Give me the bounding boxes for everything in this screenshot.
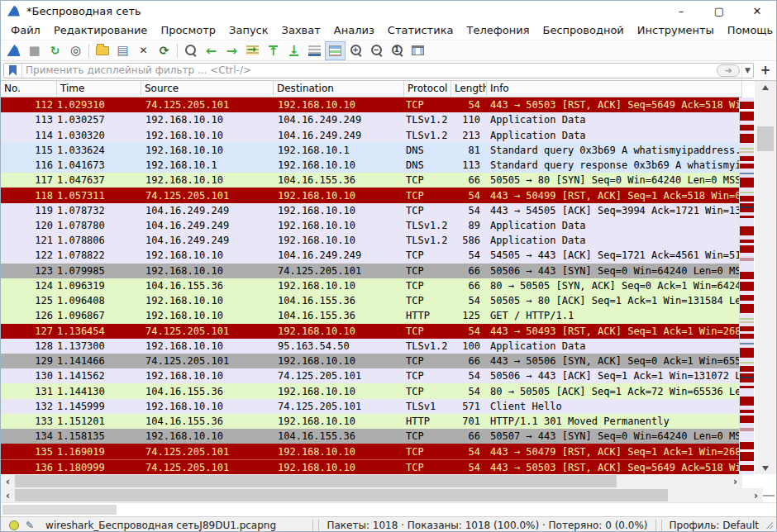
packet-row-123[interactable]: 1231.079985192.168.10.1074.125.205.101TC… [1, 264, 742, 278]
packet-row-112[interactable]: 1121.02931074.125.205.101192.168.10.10TC… [1, 97, 742, 112]
minimap-stripe [740, 196, 754, 202]
packet-row-130[interactable]: 1301.141562192.168.10.1074.125.205.101TC… [1, 368, 742, 383]
start-capture-button[interactable] [3, 41, 24, 60]
menu-item-1[interactable]: Редактирование [47, 21, 154, 39]
colorize-button[interactable] [325, 41, 346, 60]
zoom-in-button[interactable]: + [346, 41, 366, 60]
vertical-scrollbar-thumb[interactable] [757, 126, 774, 151]
menu-item-4[interactable]: Захват [275, 21, 327, 39]
scroll-right-button-2[interactable]: › [749, 488, 763, 502]
menu-item-0[interactable]: Файл [4, 21, 47, 39]
cell-len: 100 [441, 340, 480, 352]
packet-row-127[interactable]: 1271.13645474.125.205.101192.168.10.10TC… [1, 324, 742, 339]
packet-row-128[interactable]: 1281.137300192.168.10.1095.163.54.50TLSv… [1, 339, 742, 354]
maximize-button[interactable]: ▢ [700, 1, 738, 21]
close-button[interactable]: ✕ [738, 1, 776, 21]
packet-row-124[interactable]: 1241.096319104.16.155.36192.168.10.10TCP… [1, 278, 742, 293]
packet-row-136[interactable]: 1361.18099974.125.205.101192.168.10.10TC… [1, 459, 742, 475]
display-filter-input[interactable] [22, 64, 717, 76]
scroll-right-button[interactable]: › [728, 474, 742, 488]
intelligent-scrollbar-minimap[interactable] [739, 97, 754, 475]
cell-time: 1.151201 [57, 416, 140, 427]
scroll-left-button[interactable]: ‹ [1, 474, 15, 488]
zoom-out-button[interactable]: − [366, 41, 387, 60]
packet-row-114[interactable]: 1141.030320192.168.10.10104.16.249.249TL… [1, 127, 742, 142]
apply-filter-button[interactable]: ➜ [717, 64, 740, 77]
save-file-button[interactable]: ▤ [112, 41, 133, 60]
column-header-length[interactable]: Length [451, 81, 487, 97]
cell-time: 1.033624 [57, 145, 140, 156]
column-header-no[interactable]: No. [1, 81, 57, 97]
restart-capture-button[interactable]: ↻ [45, 41, 65, 60]
cell-src: 192.168.10.10 [145, 265, 274, 277]
packet-row-120[interactable]: 1201.078780104.16.249.249192.168.10.10TL… [1, 218, 742, 233]
packet-row-116[interactable]: 1161.041673192.168.10.1192.168.10.10DNS1… [1, 158, 742, 173]
packet-row-113[interactable]: 1131.030257192.168.10.10104.16.249.249TL… [1, 112, 742, 127]
menu-item-2[interactable]: Просмотр [154, 21, 222, 39]
go-last-button[interactable]: ↓ [284, 41, 304, 60]
add-filter-button[interactable]: + [757, 63, 774, 78]
filter-dropdown-caret[interactable]: ▼ [741, 64, 753, 78]
window-controls: – ▢ ✕ [662, 1, 776, 21]
column-header-protocol[interactable]: Protocol [404, 81, 451, 97]
scroll-down-button[interactable] [755, 462, 776, 475]
hscrollbar-thumb-1[interactable] [15, 475, 617, 487]
packet-row-129[interactable]: 1291.14146674.125.205.101192.168.10.10TC… [1, 354, 742, 368]
resize-columns-button[interactable] [408, 41, 428, 60]
packet-row-119[interactable]: 1191.078732104.16.249.249192.168.10.10TC… [1, 203, 742, 218]
vertical-scrollbar[interactable] [755, 81, 776, 475]
go-to-packet-button[interactable] [242, 41, 263, 60]
column-header-source[interactable]: Source [141, 81, 274, 97]
filter-bookmark-button[interactable] [4, 64, 22, 78]
menu-item-5[interactable]: Анализ [327, 21, 381, 39]
open-file-button[interactable] [92, 41, 112, 60]
expert-info-icon[interactable] [9, 520, 19, 530]
profile-label[interactable]: Профиль: Default [665, 520, 765, 531]
stop-capture-button[interactable]: ■ [24, 41, 45, 60]
pane-splitter-handle[interactable] [763, 495, 775, 496]
go-first-button[interactable]: ↑ [263, 41, 284, 60]
capture-options-button[interactable]: ◎ [65, 41, 86, 60]
menu-item-8[interactable]: Беспроводной [536, 21, 631, 39]
column-header-time[interactable]: Time [57, 81, 141, 97]
scroll-left-button-2[interactable]: ‹ [1, 488, 15, 502]
column-header-info[interactable]: Info [487, 81, 742, 97]
go-forward-button[interactable]: → [222, 41, 242, 60]
hscrollbar-track-2[interactable]: ‹ › [1, 488, 763, 502]
cell-info: 50505 → 80 [ACK] Seq=1 Ack=1 Win=131584 … [490, 295, 741, 306]
close-file-button[interactable]: ✕ [133, 41, 154, 60]
packet-row-134[interactable]: 1341.158135192.168.10.10104.16.155.36TCP… [1, 429, 742, 444]
packet-row-115[interactable]: 1151.033624192.168.10.10192.168.10.1DNS8… [1, 143, 742, 158]
menu-item-9[interactable]: Инструменты [631, 21, 721, 39]
cell-no: 136 [1, 462, 53, 473]
packet-row-126[interactable]: 1261.096867192.168.10.10104.16.155.36HTT… [1, 308, 742, 323]
packet-row-135[interactable]: 1351.16901974.125.205.101192.168.10.10TC… [1, 444, 742, 458]
cell-dst: 74.125.205.101 [278, 370, 402, 382]
column-header-destination[interactable]: Destination [274, 81, 404, 97]
scroll-up-button[interactable] [755, 81, 776, 94]
hscrollbar-thumb-2[interactable] [15, 489, 668, 501]
packet-row-121[interactable]: 1211.078806104.16.249.249192.168.10.10TL… [1, 233, 742, 248]
auto-scroll-button[interactable] [304, 41, 325, 60]
packet-row-125[interactable]: 1251.096408192.168.10.10104.16.155.36TCP… [1, 293, 742, 308]
resize-grip[interactable] [765, 521, 773, 529]
packet-row-117[interactable]: 1171.047637192.168.10.10104.16.155.36TCP… [1, 173, 742, 188]
minimize-button[interactable]: – [662, 1, 700, 21]
hscrollbar-track-1[interactable]: ‹ › [1, 474, 742, 488]
go-back-button[interactable]: ← [201, 41, 222, 60]
packet-row-118[interactable]: 1181.05731174.125.205.101192.168.10.10TC… [1, 188, 742, 202]
menu-item-6[interactable]: Статистика [381, 21, 460, 39]
menu-item-3[interactable]: Запуск [222, 21, 275, 39]
packet-row-131[interactable]: 1311.144130104.16.155.36192.168.10.10TCP… [1, 383, 742, 398]
cell-no: 129 [1, 355, 53, 367]
cell-len: 66 [441, 430, 480, 442]
capture-comment-icon[interactable]: ✎ [26, 520, 34, 531]
packet-row-133[interactable]: 1331.151201104.16.155.36192.168.10.10HTT… [1, 414, 742, 429]
packet-row-122[interactable]: 1221.078822192.168.10.10104.16.249.249TC… [1, 248, 742, 263]
menu-item-7[interactable]: Телефония [460, 21, 536, 39]
reload-file-button[interactable]: ⟳ [154, 41, 174, 60]
packet-row-132[interactable]: 1321.145999192.168.10.1074.125.205.101TL… [1, 399, 742, 414]
zoom-100-button[interactable]: 1 [387, 41, 408, 60]
menu-item-10[interactable]: Помощь [721, 21, 777, 39]
find-packet-button[interactable] [180, 41, 201, 60]
